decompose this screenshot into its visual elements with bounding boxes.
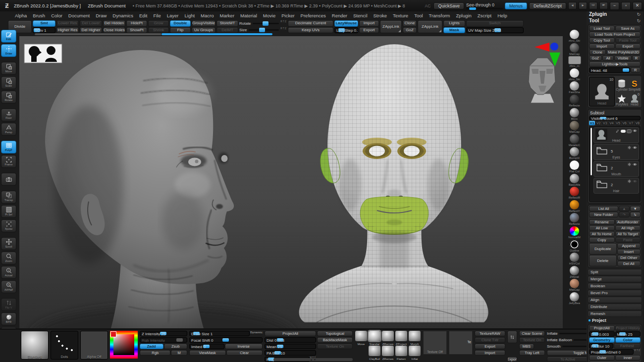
menu-picker[interactable]: Picker: [278, 13, 297, 18]
brush-thumb[interactable]: Standard: [21, 331, 49, 360]
tab-v5[interactable]: V5: [615, 121, 621, 125]
shelf-groupvisible[interactable]: GroupVisible: [192, 20, 215, 27]
menu-help[interactable]: Help: [494, 13, 510, 18]
project-project-history[interactable]: Project History: [615, 325, 641, 331]
shelf-viewmask[interactable]: ViewMask: [189, 350, 226, 356]
subtool-copy[interactable]: Copy: [589, 237, 615, 243]
subtool-scrollbar[interactable]: [590, 128, 592, 175]
shelf-uv-groups[interactable]: Uv Groups: [192, 27, 215, 34]
material-matcap[interactable]: MatCap: [563, 43, 586, 56]
visibility-eye-icon[interactable]: [633, 162, 637, 167]
see-through-slider[interactable]: See-through 0: [466, 2, 503, 9]
subtool-item-eyes[interactable]: 5Eyes: [593, 144, 639, 160]
menu-transform[interactable]: Transform: [426, 13, 453, 18]
bottom-divider-handle[interactable]: ▲▼: [273, 358, 353, 361]
subtool-all-low[interactable]: All Low: [589, 225, 615, 231]
texture-slot-1[interactable]: Texture Off: [423, 331, 447, 355]
toolbar-polyf[interactable]: PolyF: [1, 141, 16, 154]
tool-paste-tool[interactable]: Paste Tool: [615, 38, 641, 43]
shelf-size[interactable]: SizeRTZ: [239, 27, 287, 34]
shelf-del-higher[interactable]: Del Higher: [80, 27, 102, 34]
material-bumpvi[interactable]: BumpVi: [563, 147, 586, 160]
tool-lightbox-tools[interactable]: Lightbox▶Tools: [589, 61, 641, 67]
material-zbro-ski[interactable]: zbro_Ski: [563, 68, 586, 81]
shelf-to-active[interactable]: To Active: [547, 357, 589, 362]
material-normalm[interactable]: NormalM: [563, 226, 586, 239]
menu-color[interactable]: Color: [48, 13, 65, 18]
brush-flatten[interactable]: Flatten: [395, 346, 408, 360]
menu-edit[interactable]: Edit: [136, 13, 150, 18]
shelf-clear-scene[interactable]: Clear Scene: [519, 331, 545, 336]
shelf-zadd[interactable]: Zadd: [140, 344, 163, 349]
subtool-title[interactable]: Subtool: [589, 110, 641, 115]
subtool-delete[interactable]: Delete: [589, 255, 617, 266]
toolbar-draw[interactable]: Draw: [1, 44, 16, 57]
shelf-inverse[interactable]: Inverse: [225, 344, 263, 349]
shelf-sdiv-1[interactable]: SDiv 1: [33, 27, 55, 34]
shelf-close-holes[interactable]: Close Holes: [103, 27, 125, 34]
shelf-import[interactable]: Import: [359, 20, 379, 27]
material-jellybea[interactable]: JellyBea: [563, 292, 586, 305]
shelf-uv-map-size-2048[interactable]: UV Map Size 2048: [466, 27, 524, 34]
shelf-texture-on[interactable]: Texture On: [317, 344, 353, 349]
restore-button[interactable]: ▫: [621, 2, 631, 10]
gear-icon[interactable]: [627, 179, 632, 184]
shelf-import[interactable]: Import: [475, 350, 505, 356]
section-remesh[interactable]: Remesh: [588, 310, 642, 317]
shelf-draw-size-1[interactable]: Draw Size 1: [189, 331, 250, 336]
menus-toggle-button[interactable]: Menus: [505, 2, 527, 9]
planes-head-icon[interactable]: [529, 58, 555, 103]
tool-thumb-polymes[interactable]: PolyMes: [616, 92, 628, 107]
shelf-clone-txtr[interactable]: Clone Txtr: [475, 337, 505, 343]
shelf-flip[interactable]: Flip: [170, 27, 191, 34]
shelf-topological[interactable]: Topological: [317, 331, 353, 336]
shelf-clear[interactable]: Clear: [226, 350, 263, 356]
toolbar-frame[interactable]: Frame: [1, 155, 16, 168]
tool-make-polymesh3d[interactable]: Make PolyMesh3D: [606, 50, 641, 55]
slider-handle[interactable]: [176, 338, 183, 342]
brush-standar[interactable]: Standar: [368, 331, 381, 345]
subtool-new-folder[interactable]: New Folder: [589, 212, 618, 217]
shelf-m[interactable]: M: [171, 350, 187, 356]
material-hsvcol[interactable]: HSVCol: [563, 253, 586, 265]
subtool-x[interactable]: ▲: [619, 206, 629, 211]
subtool-item-head[interactable]: Head: [593, 127, 639, 143]
saturation-square[interactable]: [113, 334, 134, 355]
shelf-export[interactable]: Export: [475, 344, 505, 349]
paint-brush-icon[interactable]: [615, 129, 620, 134]
shelf-clone[interactable]: Clone: [403, 20, 417, 27]
subtool-all-high[interactable]: All High: [615, 225, 641, 231]
project-mean-25[interactable]: Mean 25: [615, 331, 641, 337]
section-merge[interactable]: Merge: [588, 276, 642, 282]
stroke-thumb[interactable]: Dots: [51, 331, 78, 360]
shelf-smt[interactable]: Smt: [33, 20, 55, 27]
tool-thumb-simpleb[interactable]: SSimpleB: [629, 77, 641, 92]
color-picker[interactable]: [110, 331, 138, 359]
minimize-button[interactable]: −: [610, 2, 619, 10]
shade-toggle-icon[interactable]: [627, 129, 632, 133]
shelf-switch[interactable]: Switch: [466, 20, 524, 27]
brush-zremes[interactable]: ZRemes: [381, 331, 394, 345]
shelf-lights[interactable]: Lights: [443, 20, 465, 27]
shelf-lazymouse[interactable]: LazyMouse: [334, 20, 358, 27]
tool-palette-header[interactable]: Tool↻: [588, 18, 642, 23]
tab-v1[interactable]: V1: [589, 121, 595, 125]
subtool-duplicate[interactable]: Duplicate: [589, 243, 617, 255]
subtool-append[interactable]: Append: [617, 243, 641, 249]
shelf-hidept[interactable]: HidePt: [126, 20, 147, 27]
project-farthest[interactable]: Farthest: [614, 343, 641, 349]
material-zmetal[interactable]: ZMetal: [563, 266, 586, 279]
shelf-z-intensity-25[interactable]: Z Intensity 25: [140, 331, 187, 336]
tool-load-tools-from-project[interactable]: Load Tools From Project: [589, 32, 641, 37]
menu-render[interactable]: Render: [329, 13, 350, 18]
tool-goz[interactable]: GoZ: [589, 55, 602, 61]
brush-inflat[interactable]: Inflat: [408, 346, 421, 360]
shelf-pa-blur-10[interactable]: PA Blur 10: [265, 350, 316, 356]
toolbar-xpose[interactable]: Xpose: [1, 219, 16, 232]
alpha-thumb[interactable]: Alpha Off: [80, 331, 108, 360]
material-zbro-ski[interactable]: zbro_Ski: [563, 30, 586, 43]
tool-visible[interactable]: Visible: [614, 55, 632, 61]
slider-track[interactable]: [249, 29, 279, 31]
shelf-storemt[interactable]: StoreMT: [216, 20, 238, 27]
tool-head-48[interactable]: Head. 48: [589, 67, 630, 73]
